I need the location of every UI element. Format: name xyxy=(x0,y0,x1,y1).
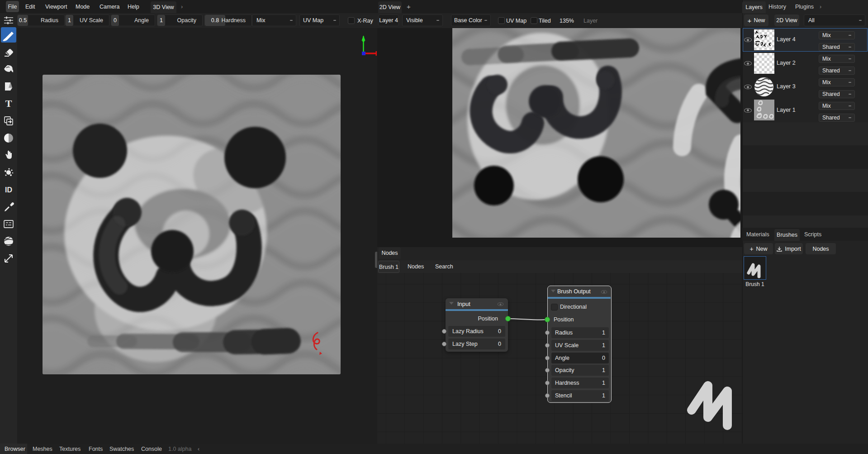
svg-text:T: T xyxy=(5,98,12,109)
svg-text:ID: ID xyxy=(5,186,12,194)
